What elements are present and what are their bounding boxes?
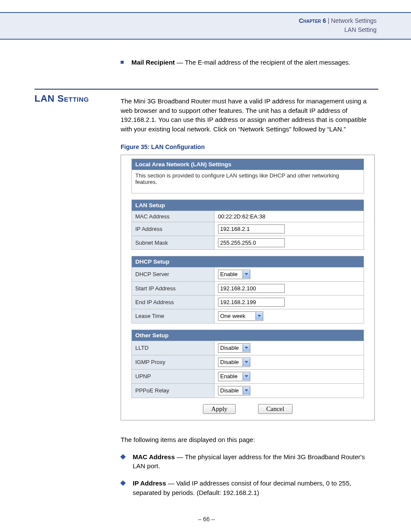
pppoe-relay-select[interactable]: Disable: [218, 386, 250, 395]
items-intro: The following items are displayed on thi…: [121, 435, 378, 445]
square-bullet-icon: [121, 61, 124, 64]
lease-time-label: Lease Time: [132, 309, 215, 323]
other-setup-header: Other Setup: [132, 330, 364, 341]
subnet-mask-input[interactable]: [218, 238, 285, 247]
chevron-down-icon: [243, 387, 250, 395]
dhcp-server-label: DHCP Server: [132, 267, 215, 281]
header-section: Network Settings: [331, 17, 377, 24]
ip-address-input[interactable]: [218, 224, 285, 233]
apply-button[interactable]: Apply: [203, 404, 236, 414]
subnet-mask-label: Subnet Mask: [132, 236, 215, 249]
mac-address-value: 00:22:2D:62:EA:38: [215, 211, 364, 222]
start-ip-label: Start IP Address: [132, 281, 215, 295]
lan-settings-desc: This section is provided to configure LA…: [132, 170, 364, 193]
page-header: Chapter 6 | Network Settings LAN Setting: [0, 12, 411, 40]
chevron-down-icon: [243, 358, 250, 366]
mac-address-label: MAC Address: [132, 211, 215, 222]
upnp-select[interactable]: Enable: [218, 372, 250, 381]
lltd-label: LLTD: [132, 341, 215, 355]
figure-caption: Figure 35: LAN Configuration: [121, 143, 378, 150]
mail-recipient-text: Mail Recipient — The E-mail address of t…: [131, 58, 378, 67]
section-divider: [34, 89, 378, 90]
chevron-down-icon: [243, 271, 250, 278]
lan-settings-title: Local Area Network (LAN) Settings: [132, 159, 364, 170]
page-number: – 66 –: [34, 516, 378, 523]
lan-setup-header: LAN Setup: [132, 199, 364, 211]
diamond-bullet-icon: [120, 480, 126, 486]
chevron-down-icon: [255, 312, 263, 320]
chevron-down-icon: [243, 373, 250, 380]
start-ip-input[interactable]: [218, 284, 285, 293]
dhcp-setup-header: DHCP Setup: [132, 256, 364, 267]
end-ip-label: End IP Address: [132, 295, 215, 309]
lan-config-screenshot: Local Area Network (LAN) Settings This s…: [121, 155, 375, 420]
lease-time-select[interactable]: One week: [218, 311, 263, 321]
header-subsection: LAN Setting: [344, 26, 377, 33]
mac-address-item: MAC Address — The physical layer address…: [133, 452, 378, 471]
igmp-proxy-label: IGMP Proxy: [132, 355, 215, 369]
dhcp-server-select[interactable]: Enable: [218, 270, 250, 279]
diamond-bullet-icon: [120, 454, 126, 460]
chapter-label: Chapter 6: [299, 17, 326, 24]
igmp-proxy-select[interactable]: Disable: [218, 358, 250, 367]
intro-paragraph: The Mini 3G Broadband Router must have a…: [121, 96, 378, 134]
chevron-down-icon: [243, 344, 250, 352]
pppoe-relay-label: PPPoE Relay: [132, 383, 215, 398]
cancel-button[interactable]: Cancel: [258, 404, 293, 414]
upnp-label: UPNP: [132, 369, 215, 383]
lltd-select[interactable]: Disable: [218, 343, 250, 353]
ip-address-label: IP Address: [132, 222, 215, 236]
ip-address-item: IP Address — Valid IP addresses consist …: [133, 479, 378, 498]
end-ip-input[interactable]: [218, 298, 285, 307]
